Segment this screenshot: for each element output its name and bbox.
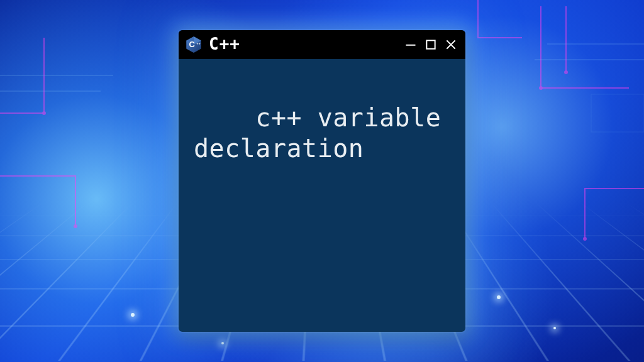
sparkle-dot [553,327,556,329]
minimize-button[interactable] [404,38,418,52]
sparkle-dot [497,295,501,299]
svg-point-3 [42,111,46,115]
svg-rect-0 [591,94,644,132]
sparkle-dot [221,342,224,344]
svg-point-5 [583,237,587,241]
svg-text:+: + [199,42,201,45]
window-titlebar[interactable]: C + + C++ [179,30,465,59]
window-title: C++ [209,36,240,52]
svg-point-2 [564,70,568,74]
svg-rect-12 [426,40,435,48]
svg-text:+: + [196,42,198,45]
window-controls [404,38,458,52]
terminal-window: C + + C++ c++ variable declaration [179,30,465,332]
maximize-button[interactable] [424,38,438,52]
sparkle-dot [131,313,135,317]
svg-point-1 [539,86,543,90]
terminal-text: c++ variable declaration [194,103,457,163]
cpp-logo-icon: C + + [185,36,203,53]
terminal-body[interactable]: c++ variable declaration [179,59,465,332]
close-button[interactable] [444,38,458,52]
svg-text:C: C [189,40,195,49]
svg-point-4 [74,224,77,228]
